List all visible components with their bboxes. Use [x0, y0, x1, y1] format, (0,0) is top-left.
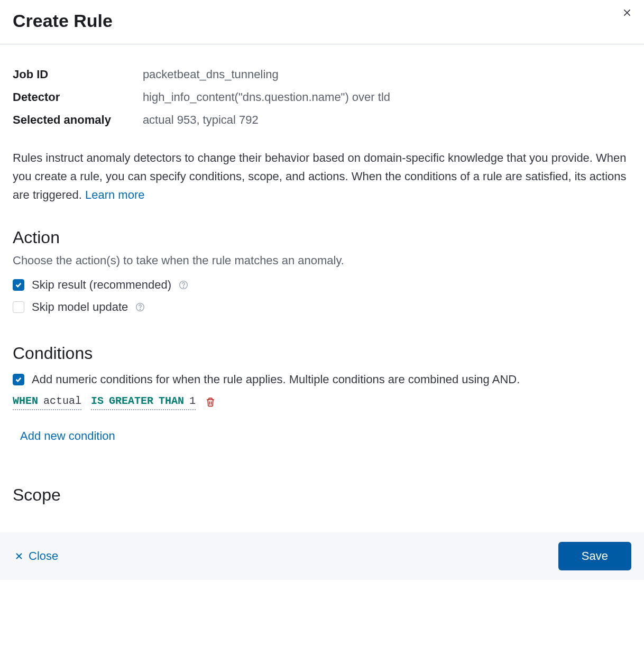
modal-footer: Close Save	[0, 532, 644, 580]
selected-anomaly-label: Selected anomaly	[13, 111, 143, 134]
modal-title: Create Rule	[13, 11, 631, 31]
detector-label: Detector	[13, 88, 143, 111]
conditions-enable-label: Add numeric conditions for when the rule…	[32, 373, 520, 386]
trash-icon[interactable]	[205, 397, 216, 408]
conditions-enable-row: Add numeric conditions for when the rule…	[13, 373, 631, 386]
applies-to-value: actual	[43, 395, 81, 407]
modal-body: Job ID packetbeat_dns_tunneling Detector…	[0, 44, 644, 532]
close-button[interactable]: Close	[13, 545, 60, 567]
svg-point-1	[183, 287, 184, 288]
save-button[interactable]: Save	[558, 542, 631, 570]
action-section-subtitle: Choose the action(s) to take when the ru…	[13, 254, 631, 267]
modal-header: Create Rule	[0, 0, 644, 44]
selected-anomaly-value: actual 953, typical 792	[143, 111, 390, 134]
skip-result-row: Skip result (recommended)	[13, 278, 631, 292]
skip-result-label: Skip result (recommended)	[32, 278, 171, 292]
conditions-section-title: Conditions	[13, 344, 631, 363]
condition-applies-to[interactable]: WHEN actual	[13, 395, 81, 410]
add-condition-button[interactable]: Add new condition	[20, 429, 115, 443]
condition-row: WHEN actual IS GREATER THAN 1	[13, 395, 631, 410]
operator-is: IS	[91, 395, 104, 407]
job-id-value: packetbeat_dns_tunneling	[143, 66, 390, 88]
svg-point-3	[140, 309, 141, 310]
close-button-label: Close	[29, 549, 58, 563]
conditions-enable-checkbox[interactable]	[13, 374, 24, 385]
skip-model-label: Skip model update	[32, 300, 128, 314]
condition-value: 1	[189, 395, 196, 407]
create-rule-modal: Create Rule Job ID packetbeat_dns_tunnel…	[0, 0, 644, 580]
action-section-title: Action	[13, 228, 631, 247]
operator-greater: GREATER	[109, 395, 153, 407]
learn-more-link[interactable]: Learn more	[85, 188, 145, 201]
skip-result-checkbox[interactable]	[13, 279, 24, 291]
when-keyword: WHEN	[13, 395, 38, 407]
help-icon[interactable]	[179, 280, 188, 290]
condition-operator[interactable]: IS GREATER THAN 1	[91, 395, 196, 410]
operator-than: THAN	[159, 395, 184, 407]
help-icon[interactable]	[135, 302, 145, 312]
skip-model-checkbox[interactable]	[13, 301, 24, 313]
detector-value: high_info_content("dns.question.name") o…	[143, 88, 390, 111]
close-icon[interactable]	[620, 5, 634, 20]
rule-description: Rules instruct anomaly detectors to chan…	[13, 149, 631, 205]
info-table: Job ID packetbeat_dns_tunneling Detector…	[13, 66, 390, 134]
skip-model-row: Skip model update	[13, 300, 631, 314]
job-id-label: Job ID	[13, 66, 143, 88]
scope-section-title: Scope	[13, 485, 631, 505]
